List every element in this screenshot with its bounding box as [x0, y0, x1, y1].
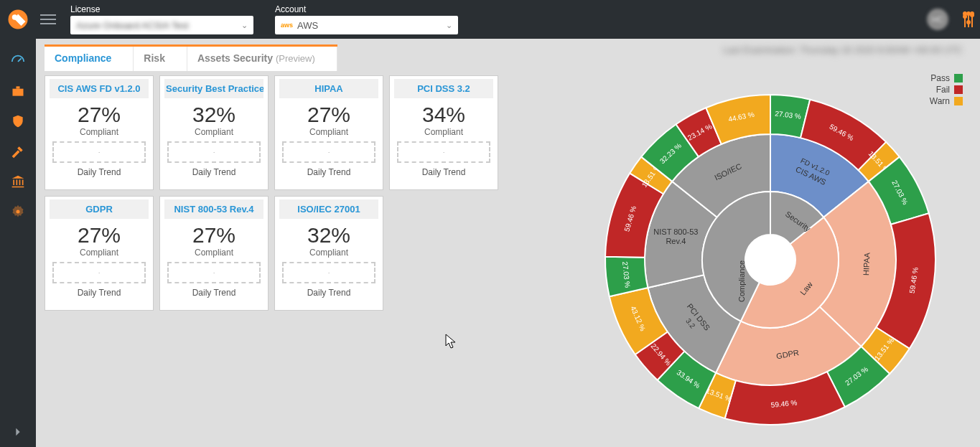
- chevron-down-icon: ⌄: [446, 21, 452, 30]
- card-sparkline: ·: [52, 141, 146, 163]
- card-percent: 27%: [78, 223, 121, 248]
- card-sub: Compliant: [80, 248, 118, 258]
- card-sub: Compliant: [309, 248, 348, 258]
- app-logo-icon: [7, 9, 29, 30]
- sidebar-item-settings[interactable]: [0, 197, 36, 227]
- card-sparkline: ·: [282, 141, 375, 163]
- chevron-down-icon: ⌄: [241, 21, 248, 30]
- card-percent: 32%: [307, 223, 350, 248]
- card-percent: 27%: [78, 103, 121, 127]
- top-bar: License Azure Onboard ACSIA Test ⌄ Accou…: [0, 0, 980, 39]
- card-title: Security Best Practices: [164, 79, 263, 98]
- sidebar-collapse-icon[interactable]: [0, 417, 36, 447]
- compliance-card[interactable]: ISO/IEC 27001 32% Compliant · Daily Tren…: [274, 196, 383, 311]
- sidebar-item-shield[interactable]: [0, 106, 36, 136]
- card-title: CIS AWS FD v1.2.0: [50, 79, 149, 98]
- card-title: ISO/IEC 27001: [279, 199, 378, 219]
- account-dropdown[interactable]: aws AWS ⌄: [275, 16, 458, 34]
- card-percent: 27%: [307, 103, 350, 127]
- card-sub: Compliant: [195, 248, 233, 258]
- settings-sliders-icon[interactable]: [964, 11, 973, 27]
- card-trend-label: Daily Trend: [192, 288, 236, 298]
- license-dropdown[interactable]: Azure Onboard ACSIA Test ⌄: [70, 16, 253, 34]
- card-percent: 27%: [192, 223, 235, 248]
- compliance-card[interactable]: Security Best Practices 32% Compliant · …: [159, 75, 269, 190]
- card-title: GDPR: [50, 199, 149, 219]
- card-trend-label: Daily Trend: [192, 167, 236, 177]
- svg-text:Rev.4: Rev.4: [666, 237, 686, 245]
- menu-toggle-icon[interactable]: [40, 11, 56, 27]
- card-trend-label: Daily Trend: [422, 167, 466, 177]
- account-label: Account: [275, 4, 458, 14]
- card-sub: Compliant: [424, 127, 463, 137]
- aws-provider-icon: aws: [281, 22, 293, 29]
- account-field: Account aws AWS ⌄: [275, 4, 458, 34]
- card-sparkline: ·: [167, 262, 261, 283]
- main-content: Compliance Risk Assets Security (Preview…: [36, 39, 980, 447]
- user-avatar[interactable]: HC: [927, 9, 948, 30]
- sidebar-item-gavel[interactable]: [0, 136, 36, 166]
- compliance-card[interactable]: NIST 800-53 Rev.4 27% Compliant · Daily …: [159, 196, 269, 311]
- card-trend-label: Daily Trend: [307, 167, 351, 177]
- card-trend-label: Daily Trend: [78, 288, 121, 298]
- card-sparkline: ·: [397, 141, 490, 163]
- svg-text:HIPAA: HIPAA: [862, 252, 871, 276]
- svg-text:NIST 800-53: NIST 800-53: [653, 227, 698, 236]
- card-sparkline: ·: [282, 262, 375, 283]
- tab-assets[interactable]: Assets Security (Preview): [187, 47, 337, 71]
- sidebar-item-briefcase[interactable]: [0, 76, 36, 106]
- sidebar-item-dashboard[interactable]: [0, 46, 36, 76]
- card-title: HIPAA: [279, 79, 378, 98]
- svg-rect-3: [17, 86, 20, 88]
- card-trend-label: Daily Trend: [307, 288, 351, 298]
- cards-grid: CIS AWS FD v1.2.0 27% Compliant · Daily …: [45, 75, 548, 311]
- compliance-card[interactable]: HIPAA 27% Compliant · Daily Trend: [274, 75, 383, 190]
- card-sub: Compliant: [309, 127, 348, 137]
- card-sparkline: ·: [167, 141, 261, 163]
- card-percent: 34%: [422, 103, 465, 127]
- license-field: License Azure Onboard ACSIA Test ⌄: [70, 4, 253, 34]
- card-sub: Compliant: [80, 127, 118, 137]
- tab-compliance[interactable]: Compliance: [45, 47, 134, 71]
- license-label: License: [70, 4, 253, 14]
- card-sparkline: ·: [52, 262, 146, 283]
- card-title: NIST 800-53 Rev.4: [164, 199, 263, 219]
- left-sidebar: [0, 39, 36, 447]
- sidebar-item-institution[interactable]: [0, 166, 36, 197]
- last-examination-text: Last Examination: Thursday 16 2020 6:00A…: [723, 44, 963, 55]
- tab-risk[interactable]: Risk: [134, 47, 187, 71]
- svg-text:Compliance: Compliance: [737, 260, 746, 302]
- compliance-card[interactable]: GDPR 27% Compliant · Daily Trend: [45, 196, 154, 311]
- svg-rect-2: [13, 89, 24, 96]
- compliance-card[interactable]: CIS AWS FD v1.2.0 27% Compliant · Daily …: [45, 75, 154, 190]
- card-title: PCI DSS 3.2: [394, 79, 493, 98]
- card-trend-label: Daily Trend: [78, 167, 121, 177]
- tab-bar: Compliance Risk Assets Security (Preview…: [45, 44, 337, 71]
- card-percent: 32%: [192, 103, 235, 127]
- compliance-card[interactable]: PCI DSS 3.2 34% Compliant · Daily Trend: [389, 75, 498, 190]
- card-sub: Compliant: [195, 127, 233, 137]
- compliance-sunburst-chart[interactable]: CIS AWSFD v1.2.0HIPAAGDPRPCI DSS3.2NIST …: [584, 73, 957, 446]
- chart-panel: Last Examination: Thursday 16 2020 6:00A…: [555, 44, 971, 441]
